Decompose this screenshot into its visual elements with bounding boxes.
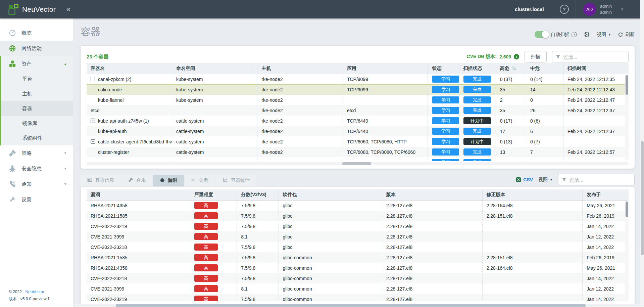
view-menu-button[interactable]: 视图 ▼: [597, 32, 611, 38]
vulnerability-row[interactable]: CVE-2021-3999高8.1glibc2.28-127.el8Jan 12…: [87, 231, 629, 242]
sidebar-item-label: 通知: [21, 181, 32, 187]
vulnerabilities-filter-input[interactable]: [569, 177, 631, 183]
settings-button[interactable]: ⚙: [584, 31, 590, 38]
column-header-软件包[interactable]: 软件包: [279, 189, 382, 200]
column-header-扫描状态[interactable]: 扫描状态: [459, 63, 496, 74]
csv-export-button[interactable]: CSV: [516, 177, 533, 182]
container-row[interactable]: −canal-zpkcm (2)kube-systemrke-node2TCP/…: [87, 74, 629, 84]
container-name-cell: −kube-api-auth-z745w (1): [87, 116, 172, 126]
container-row[interactable]: −kube-api-auth-z745w (1)cattle-systemrke…: [87, 116, 629, 126]
vulnerability-row[interactable]: RHSA-2021:1585高7.5/9.8glibc-common2.28-1…: [87, 252, 629, 263]
auto-scan-info-icon[interactable]: i: [572, 32, 577, 37]
column-header-主机[interactable]: 主机: [257, 63, 343, 74]
high-count-cell: 35: [496, 105, 526, 116]
column-header-版本[interactable]: 版本: [382, 189, 483, 200]
score-cell: 7.5/9.8: [237, 263, 279, 273]
sidebar-item-镜像库[interactable]: 镜像库: [1, 116, 73, 131]
tab-容器信息[interactable]: 容器信息: [81, 175, 121, 186]
host-cell: [257, 157, 343, 161]
sidebar-item-平台[interactable]: 平台: [1, 72, 73, 86]
user-avatar[interactable]: AD: [583, 3, 596, 16]
column-header-状态[interactable]: 状态: [428, 63, 459, 74]
cve-cell: CVE-2022-23218: [87, 273, 190, 283]
container-row[interactable]: kube-flannelkube-systemrke-node2学习完成20Fe…: [87, 95, 629, 105]
vulnerability-row[interactable]: CVE-2022-23218高7.5/9.8glibc2.28-127.el8J…: [87, 242, 629, 252]
column-header-分数(V2/V3)[interactable]: 分数(V2/V3): [237, 189, 279, 200]
cubes-icon: [9, 60, 16, 68]
package-cell: glibc-common: [279, 252, 382, 263]
refresh-button[interactable]: 刷新: [618, 32, 635, 38]
containers-filter-input[interactable]: [563, 54, 625, 60]
sidebar-item-系统组件[interactable]: 系统组件: [1, 131, 73, 145]
sidebar-item-概览[interactable]: 概览: [0, 25, 73, 41]
column-header-应用[interactable]: 应用: [343, 63, 428, 74]
tab-漏洞[interactable]: 漏洞: [153, 175, 184, 186]
collapse-row-icon[interactable]: −: [91, 119, 95, 123]
user-menu-caret-icon[interactable]: ▼: [621, 7, 624, 11]
namespace-cell: cattle-system: [172, 136, 257, 147]
scan-button[interactable]: 扫描: [525, 51, 547, 62]
collapse-row-icon[interactable]: −: [91, 139, 95, 144]
sidebar-item-通知[interactable]: 通知▼: [0, 176, 73, 192]
page-horizontal-scrollbar[interactable]: [73, 304, 640, 307]
sidebar-item-网络活动[interactable]: 网络活动: [0, 41, 73, 56]
vulnerabilities-table-scrollbar[interactable]: [625, 201, 629, 301]
sidebar-item-资产[interactable]: 资产▲: [1, 56, 73, 72]
container-row[interactable]: cluster-registercattle-systemrke-node2TC…: [87, 147, 629, 157]
column-header-严重程度[interactable]: 严重程度: [190, 189, 237, 200]
tab-容器统计[interactable]: 容器统计: [216, 175, 256, 186]
cve-cell: CVE-2021-3999: [87, 231, 190, 242]
container-name: cluster-register: [98, 149, 129, 155]
column-header-扫描时间[interactable]: 扫描时间: [563, 63, 629, 74]
vulnerability-row[interactable]: RHSA-2021:4358高7.5/9.8glibc-common2.28-1…: [87, 263, 629, 273]
container-row[interactable]: kube-api-authcattle-systemrke-node2TCP/6…: [87, 126, 629, 136]
tab-合规[interactable]: 合规: [121, 175, 152, 186]
vulnerability-row[interactable]: CVE-2022-23219高7.5/9.8glibc2.28-127.el8J…: [87, 221, 629, 231]
host-cell: rke-node2: [257, 147, 343, 157]
sidebar-item-label: 策略: [21, 150, 32, 157]
page-vertical-scrollbar[interactable]: [640, 0, 644, 307]
sidebar-item-安全隐患[interactable]: 安全隐患▼: [0, 161, 73, 176]
sidebar-item-策略[interactable]: 策略▼: [0, 145, 73, 161]
vulnerability-row[interactable]: CVE-2022-23219高7.5/9.8glibc-common2.28-1…: [87, 294, 629, 301]
column-header-高危[interactable]: 高危: [496, 63, 526, 74]
container-name-cell: etcd: [87, 105, 172, 116]
filter-funnel-icon: [562, 177, 566, 182]
column-header-漏洞[interactable]: 漏洞: [87, 189, 190, 200]
scan-state-cell: 计划中: [459, 116, 496, 126]
column-header-容器名[interactable]: 容器名: [87, 63, 172, 74]
vulnerability-row[interactable]: RHSA-2021:4358高7.5/9.8glibc2.28-127.el82…: [87, 200, 629, 211]
package-cell: glibc: [279, 200, 382, 211]
container-row[interactable]: etcdrke-node2etcd学习完成3526Feb 24, 2022 12…: [87, 105, 629, 116]
sidebar-item-主机[interactable]: 主机: [1, 86, 73, 101]
sidebar-collapse-button[interactable]: «: [66, 6, 70, 13]
detail-view-menu-button[interactable]: 视图 ▼: [538, 177, 553, 183]
vulnerability-row[interactable]: CVE-2022-23218高7.5/9.8glibc-common2.28-1…: [87, 273, 629, 283]
app-cell: [343, 95, 428, 105]
neuvector-link[interactable]: NeuVector: [26, 290, 44, 294]
vulnerability-row[interactable]: RHSA-2021:1585高7.5/9.8glibc2.28-127.el82…: [87, 211, 629, 221]
cvedb-info-icon[interactable]: i: [514, 54, 519, 59]
container-name-cell: kube-api-auth: [87, 126, 172, 136]
containers-table-scrollbar[interactable]: [625, 75, 629, 160]
container-row[interactable]: calico-nodekube-systemrke-node2TCP/9099学…: [87, 84, 629, 95]
containers-hscrollbar[interactable]: [87, 162, 629, 165]
auto-scan-toggle[interactable]: [535, 31, 549, 38]
chevron-up-icon: ▲: [64, 62, 67, 65]
tab-进程[interactable]: 进程: [185, 175, 215, 186]
column-header-命名空间[interactable]: 命名空间: [172, 63, 257, 74]
vulnerability-row[interactable]: CVE-2021-3999高8.1glibc-common2.28-127.el…: [87, 283, 629, 294]
container-name: canal-zpkcm (2): [98, 77, 132, 82]
help-icon[interactable]: ?: [560, 5, 569, 14]
collapse-row-icon[interactable]: −: [91, 77, 95, 81]
severity-cell: 高: [190, 200, 237, 211]
container-row[interactable]: −cattle-cluster-agent-7f6cbbd8bd-fhvscat…: [87, 136, 629, 147]
column-header-中危[interactable]: 中危: [526, 63, 563, 74]
container-row[interactable]: 学习完成: [87, 157, 629, 161]
sidebar-item-设置[interactable]: 设置: [0, 192, 73, 207]
sidebar-item-容器[interactable]: 容器: [1, 101, 73, 116]
chart-icon: [223, 177, 228, 183]
column-header-修正版本[interactable]: 修正版本: [482, 189, 583, 200]
bug-icon: [9, 165, 16, 172]
column-header-发布于[interactable]: 发布于: [583, 189, 629, 200]
